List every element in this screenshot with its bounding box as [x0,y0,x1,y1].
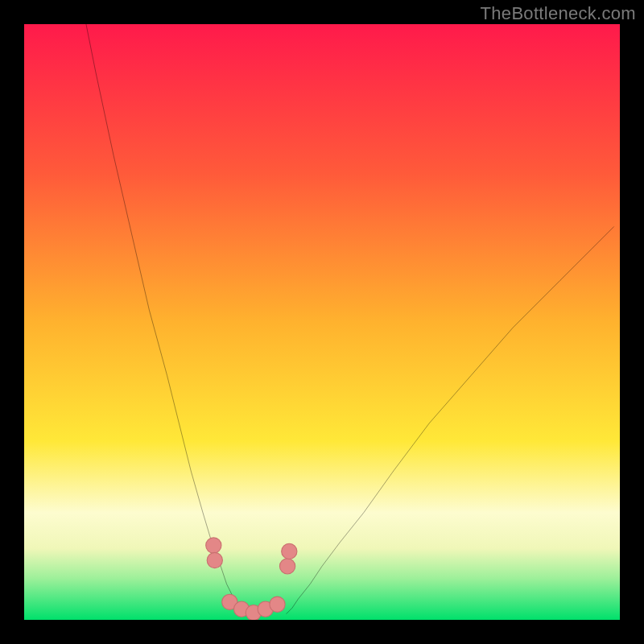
gradient-background [24,24,620,620]
chart-stage: TheBottleneck.com [0,0,644,644]
attribution-label: TheBottleneck.com [481,3,636,24]
